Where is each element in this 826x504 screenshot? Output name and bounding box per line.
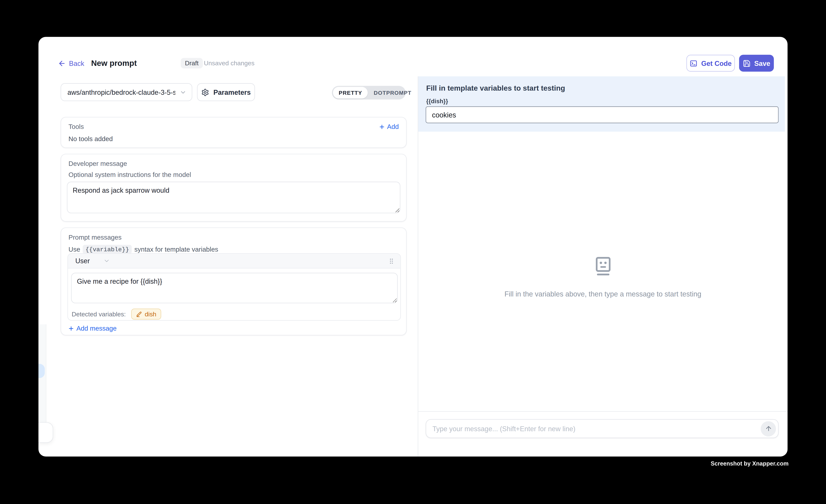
detected-variables-label: Detected variables:	[72, 310, 126, 318]
syntax-code-chip: {{variable}}	[83, 245, 132, 254]
chevron-down-icon	[104, 257, 110, 264]
unsaved-changes-text: Unsaved changes	[204, 60, 254, 67]
add-tool-label: Add	[387, 123, 399, 131]
bot-face-icon	[592, 255, 613, 278]
drag-handle-icon[interactable]	[388, 257, 395, 265]
get-code-label: Get Code	[701, 59, 731, 67]
tester-panel: Fill in template variables to start test…	[418, 76, 787, 456]
page-title: New prompt	[91, 58, 137, 67]
terminal-icon	[690, 59, 697, 67]
syntax-suffix: syntax for template variables	[134, 246, 218, 253]
save-label: Save	[754, 59, 770, 67]
developer-message-subtitle: Optional system instructions for the mod…	[68, 171, 399, 179]
message-block: User Detected variables: dish	[67, 253, 401, 321]
toggle-dotprompt[interactable]: DOTPROMPT	[368, 87, 417, 99]
tester-title: Fill in template variables to start test…	[426, 84, 565, 92]
toggle-pretty[interactable]: PRETTY	[333, 87, 368, 99]
chat-message-input[interactable]	[426, 425, 761, 433]
user-message-textarea[interactable]	[71, 273, 398, 303]
prompt-messages-title: Prompt messages	[68, 234, 399, 241]
parameters-button[interactable]: Parameters	[197, 83, 255, 101]
chat-divider	[418, 411, 787, 412]
message-header: User	[68, 254, 400, 269]
tools-title: Tools	[68, 123, 84, 131]
save-icon	[743, 59, 751, 67]
gear-icon	[201, 88, 209, 96]
chevron-down-icon	[180, 89, 186, 96]
app-window: Back New prompt Draft Unsaved changes Ge…	[39, 37, 787, 456]
clipped-popover-card	[39, 422, 53, 443]
save-button[interactable]: Save	[739, 55, 774, 72]
variable-badge-dish[interactable]: dish	[131, 309, 161, 320]
plus-icon	[379, 124, 385, 130]
arrow-left-icon	[58, 59, 66, 67]
syntax-prefix: Use	[68, 246, 80, 253]
model-selector[interactable]: aws/anthropic/bedrock-claude-3-5-s...	[61, 83, 192, 101]
prompt-messages-card: Prompt messages Use {{variable}} syntax …	[61, 228, 407, 335]
plus-icon	[68, 325, 74, 332]
tools-card: Tools Add No tools added	[61, 117, 407, 148]
get-code-button[interactable]: Get Code	[686, 55, 735, 72]
watermark-text: Screenshot by Xnapper.com	[711, 460, 789, 467]
parameters-label: Parameters	[214, 88, 251, 96]
empty-state-text: Fill in the variables above, then type a…	[505, 290, 701, 298]
role-select[interactable]: User	[75, 257, 110, 265]
detected-variables-row: Detected variables: dish	[72, 309, 161, 320]
empty-state: Fill in the variables above, then type a…	[418, 255, 787, 298]
pencil-line-icon	[136, 311, 142, 317]
template-variables-section: Fill in template variables to start test…	[418, 76, 785, 132]
syntax-hint: Use {{variable}} syntax for template var…	[68, 245, 399, 254]
back-button[interactable]: Back	[58, 59, 84, 67]
variable-value-input[interactable]	[426, 106, 778, 123]
developer-message-textarea[interactable]	[67, 182, 400, 213]
add-message-button[interactable]: Add message	[68, 325, 117, 332]
add-tool-button[interactable]: Add	[379, 123, 399, 131]
view-toggle: PRETTY DOTPROMPT	[332, 86, 406, 100]
page: Back New prompt Draft Unsaved changes Ge…	[0, 0, 826, 504]
arrow-up-icon	[765, 425, 772, 432]
send-button[interactable]	[761, 421, 776, 436]
back-label: Back	[69, 59, 84, 67]
variable-badge-label: dish	[145, 310, 156, 318]
developer-message-card: Developer message Optional system instru…	[61, 154, 407, 222]
chat-input-bar	[426, 419, 778, 438]
role-select-value: User	[75, 257, 90, 265]
add-message-label: Add message	[76, 325, 117, 332]
variable-name-label: {{dish}}	[426, 98, 448, 104]
tools-empty-text: No tools added	[68, 135, 399, 143]
status-badge: Draft	[181, 58, 203, 68]
model-selector-value: aws/anthropic/bedrock-claude-3-5-s...	[67, 88, 175, 96]
developer-message-title: Developer message	[68, 160, 399, 167]
